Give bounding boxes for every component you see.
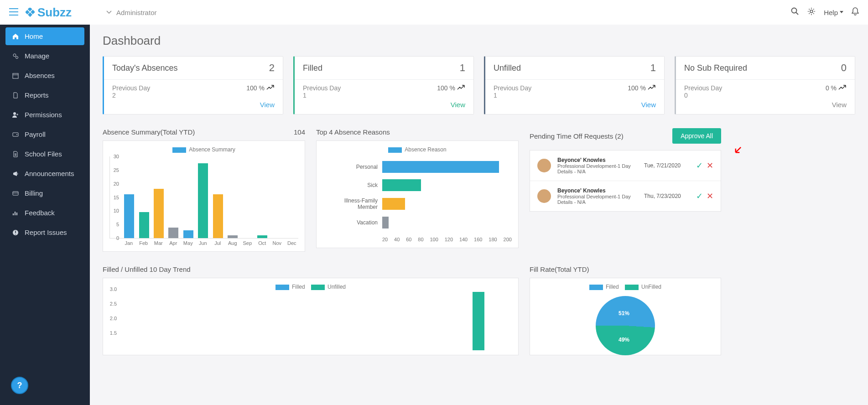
top-reasons-title: Top 4 Absence Reasons — [316, 128, 390, 136]
sidebar-item-permissions[interactable]: Permissions — [5, 106, 84, 124]
approve-all-button[interactable]: Approve All — [672, 128, 721, 144]
help-label: Help — [824, 9, 838, 16]
svg-rect-10 — [13, 133, 18, 136]
stat-view-link[interactable]: View — [494, 101, 656, 109]
sidebar-item-feedback[interactable]: Feedback — [5, 204, 84, 222]
stat-prev-value: 1 — [494, 92, 531, 99]
gears-icon — [12, 53, 19, 59]
trend-up-icon — [266, 84, 275, 92]
stat-view-link[interactable]: View — [112, 101, 275, 109]
stat-pct: 0 % — [826, 84, 837, 92]
sidebar-item-manage[interactable]: Manage — [5, 47, 84, 65]
role-dropdown[interactable]: Administrator — [106, 9, 156, 16]
stat-title: Today's Absences — [112, 63, 178, 73]
stat-prev-label: Previous Day — [494, 84, 531, 92]
user-plus-icon — [12, 112, 19, 118]
chevron-down-icon — [106, 10, 112, 14]
request-details: Details - N/A — [557, 199, 638, 205]
fill-rate-chart: Filled UnFilled 51% 49% — [530, 278, 721, 355]
stat-title: No Sub Required — [684, 63, 747, 73]
sidebar-item-home[interactable]: Home — [5, 27, 84, 45]
stat-prev-value: 0 — [684, 92, 722, 99]
request-name: Beyonce' Knowles — [557, 157, 638, 163]
svg-point-9 — [13, 112, 16, 115]
approve-icon[interactable]: ✓ — [696, 191, 703, 201]
help-dropdown[interactable]: Help — [824, 9, 843, 16]
stat-title: Filled — [303, 63, 322, 73]
sidebar-item-label: Billing — [25, 189, 43, 197]
card-icon — [12, 190, 19, 197]
stat-view-link[interactable]: View — [684, 101, 847, 109]
stat-prev-label: Previous Day — [112, 84, 150, 92]
sidebar-item-reportissues[interactable]: Report Issues — [5, 223, 84, 241]
sidebar-item-label: Announcements — [25, 170, 74, 177]
sidebar-item-announcements[interactable]: Announcements — [5, 165, 84, 182]
svg-point-4 — [792, 8, 797, 13]
sidebar-item-reports[interactable]: Reports — [5, 86, 84, 104]
trend-up-icon — [457, 84, 465, 92]
pie-filled-pct: 51% — [619, 310, 629, 317]
legend-filled: Filled — [606, 284, 619, 290]
sidebar-item-label: Feedback — [25, 209, 55, 217]
sidebar-item-label: Home — [25, 32, 43, 40]
page-title: Dashboard — [103, 34, 855, 48]
legend-label: Absence Summary — [189, 146, 235, 153]
calendar-icon — [12, 73, 19, 79]
sidebar-item-billing[interactable]: Billing — [5, 184, 84, 202]
stat-count: 1 — [460, 62, 465, 74]
stat-pct: 100 % — [628, 84, 646, 92]
trend-up-icon — [838, 84, 847, 92]
stat-card-nosub: No Sub Required 0 Previous Day 0 0 % Vie… — [675, 56, 855, 114]
svg-point-7 — [16, 56, 18, 58]
approve-icon[interactable]: ✓ — [696, 161, 703, 171]
stat-pct: 100 % — [437, 84, 455, 92]
stat-title: Unfilled — [494, 63, 521, 73]
logo-mark-icon — [26, 8, 35, 17]
pie-chart: 51% 49% — [596, 296, 655, 355]
trend-title: Filled / Unfilled 10 Day Trend — [103, 265, 191, 273]
chart-icon — [12, 210, 19, 216]
search-icon[interactable] — [791, 7, 799, 17]
sidebar-item-absences[interactable]: Absences — [5, 67, 84, 84]
svg-point-5 — [810, 10, 813, 13]
request-date: Thu, 7/23/2020 — [644, 193, 690, 199]
stat-card-todays-absences: Today's Absences 2 Previous Day 2 100 % … — [103, 56, 283, 114]
sidebar-item-payroll[interactable]: Payroll — [5, 125, 84, 143]
stat-prev-label: Previous Day — [303, 84, 341, 92]
pending-requests-section: Pending Time Off Requests (2) Approve Al… — [530, 128, 721, 252]
sidebar-item-label: Report Issues — [25, 228, 67, 236]
svg-rect-0 — [28, 8, 32, 11]
document-icon — [12, 92, 19, 99]
request-item: Beyonce' Knowles Professional Developmen… — [530, 181, 721, 211]
menu-icon[interactable] — [9, 6, 18, 18]
stat-card-filled: Filled 1 Previous Day 1 100 % View — [293, 56, 474, 114]
reject-icon[interactable]: ✕ — [707, 161, 713, 171]
alert-icon — [12, 229, 19, 236]
trend-up-icon — [648, 84, 656, 92]
fill-rate-title: Fill Rate(Total YTD) — [530, 265, 589, 273]
sidebar-item-label: Absences — [25, 72, 55, 79]
stat-view-link[interactable]: View — [303, 101, 465, 109]
legend-filled: Filled — [292, 284, 305, 290]
sidebar-item-label: Manage — [25, 52, 49, 60]
bell-icon[interactable] — [852, 7, 859, 17]
avatar — [537, 159, 551, 172]
sidebar-item-label: Reports — [25, 91, 49, 99]
reject-icon[interactable]: ✕ — [707, 191, 713, 201]
svg-rect-12 — [13, 192, 18, 195]
logo[interactable]: Subzz — [26, 5, 72, 20]
sidebar-item-label: Permissions — [25, 111, 62, 119]
stat-count: 2 — [269, 62, 275, 74]
sidebar-item-schoolfiles[interactable]: School Files — [5, 145, 84, 163]
caret-down-icon — [840, 11, 843, 14]
stat-cards-row: Today's Absences 2 Previous Day 2 100 % … — [103, 56, 855, 114]
request-list: Beyonce' Knowles Professional Developmen… — [530, 150, 721, 212]
stat-card-unfilled: Unfilled 1 Previous Day 1 100 % View — [484, 56, 665, 114]
stat-prev-value: 1 — [303, 92, 341, 99]
wallet-icon — [12, 131, 19, 138]
sidebar-item-label: Payroll — [25, 130, 46, 138]
home-icon — [12, 33, 19, 40]
role-label: Administrator — [116, 9, 156, 16]
absence-summary-title: Absence Summary(Total YTD) — [103, 128, 195, 136]
settings-icon[interactable] — [807, 7, 816, 17]
